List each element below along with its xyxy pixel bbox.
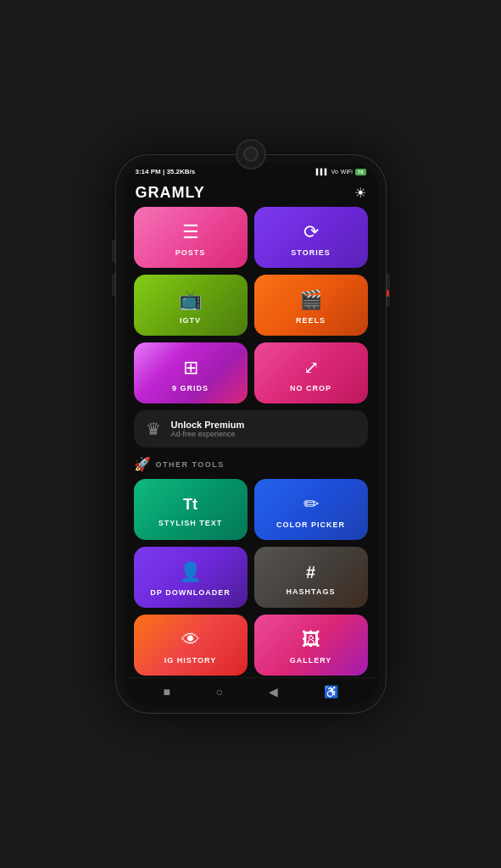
tile-ighistory[interactable]: 👁 IG HISTORY (134, 615, 248, 676)
app-header: GRAMLY ☀ (124, 179, 378, 207)
nocrop-icon: ⤢ (303, 357, 319, 379)
volume-down-button (112, 273, 115, 297)
main-grid: ☰ POSTS ⟳ STORIES 📺 IGTV 🎬 REELS (134, 207, 368, 403)
crown-icon: ♛ (146, 419, 161, 439)
red-accent (387, 290, 389, 297)
posts-label: POSTS (175, 248, 206, 257)
reels-label: REELS (296, 316, 326, 325)
gallery-icon: 🖼 (302, 629, 320, 651)
section-title: OTHER TOOLS (156, 460, 225, 469)
tile-hashtags[interactable]: # HASHTAGS (254, 547, 368, 608)
dpdownloader-label: DP DOWNLOADER (150, 588, 230, 597)
tile-igtv[interactable]: 📺 IGTV (134, 275, 248, 336)
ighistory-label: IG HISTORY (164, 656, 217, 665)
other-tools-header: 🚀 OTHER TOOLS (134, 456, 368, 472)
premium-banner[interactable]: ♛ Unlock Premium Ad-free experience (134, 410, 368, 448)
tile-9grids[interactable]: ⊞ 9 GRIDS (134, 342, 248, 403)
app-title: GRAMLY (136, 184, 205, 202)
tile-stylishtext[interactable]: Tt STYLISH TEXT (134, 479, 248, 540)
tile-posts[interactable]: ☰ POSTS (134, 207, 248, 268)
hashtags-label: HASHTAGS (287, 587, 336, 596)
wifi2-icon: WiFi (341, 169, 353, 175)
posts-icon: ☰ (182, 221, 199, 243)
premium-text: Unlock Premium Ad-free experience (171, 420, 245, 438)
tile-stories[interactable]: ⟳ STORIES (254, 207, 368, 268)
theme-toggle-icon[interactable]: ☀ (354, 185, 366, 201)
stylishtext-icon: Tt (183, 496, 198, 514)
stories-label: STORIES (291, 248, 330, 257)
dpdownloader-icon: 👤 (179, 561, 202, 583)
rocket-icon: 🚀 (134, 456, 151, 472)
reels-icon: 🎬 (299, 289, 322, 311)
battery-indicator: 76 (355, 169, 366, 175)
status-right: ▌▌▌ Vo WiFi 76 (316, 169, 366, 175)
colorpicker-icon: ✏ (303, 493, 319, 515)
colorpicker-label: COLOR PICKER (276, 520, 345, 529)
nav-back-icon[interactable]: ◀ (269, 685, 278, 698)
scroll-content: ☰ POSTS ⟳ STORIES 📺 IGTV 🎬 REELS (124, 207, 378, 677)
signal-icon: ▌▌▌ (316, 169, 329, 175)
9grids-label: 9 GRIDS (172, 384, 209, 392)
tile-dpdownloader[interactable]: 👤 DP DOWNLOADER (134, 547, 248, 608)
phone-frame: 3:14 PM | 35.2KB/s ▌▌▌ Vo WiFi 76 GRAMLY… (115, 154, 387, 714)
nav-square-icon[interactable]: ■ (163, 685, 170, 698)
tile-reels[interactable]: 🎬 REELS (254, 275, 368, 336)
tile-gallery[interactable]: 🖼 GALLERY (254, 615, 368, 676)
premium-subtitle: Ad-free experience (171, 430, 245, 438)
tile-nocrop[interactable]: ⤢ NO CROP (254, 342, 368, 403)
nav-accessibility-icon[interactable]: ♿ (324, 685, 338, 698)
9grids-icon: ⊞ (183, 357, 198, 379)
premium-title: Unlock Premium (171, 420, 245, 430)
nav-bar: ■ ○ ◀ ♿ (124, 677, 378, 705)
tile-colorpicker[interactable]: ✏ COLOR PICKER (254, 479, 368, 540)
phone-screen: 3:14 PM | 35.2KB/s ▌▌▌ Vo WiFi 76 GRAMLY… (124, 163, 378, 705)
hashtags-icon: # (306, 563, 315, 582)
igtv-label: IGTV (180, 316, 201, 325)
stories-icon: ⟳ (303, 221, 319, 243)
stylishtext-label: STYLISH TEXT (159, 519, 223, 527)
wifi-icon: Vo (331, 169, 338, 175)
tools-grid: Tt STYLISH TEXT ✏ COLOR PICKER 👤 DP DOWN… (134, 479, 368, 676)
igtv-icon: 📺 (179, 289, 202, 311)
nav-circle-icon[interactable]: ○ (216, 685, 223, 698)
ighistory-icon: 👁 (181, 629, 200, 651)
status-time: 3:14 PM | 35.2KB/s (136, 168, 196, 175)
gallery-label: GALLERY (290, 656, 332, 665)
volume-up-button (112, 239, 115, 263)
popup-camera (236, 139, 266, 170)
nocrop-label: NO CROP (290, 384, 331, 392)
